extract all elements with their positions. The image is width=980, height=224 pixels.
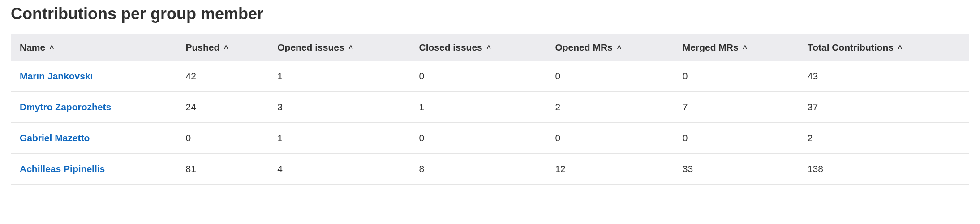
cell-merged-mrs: 0 — [674, 123, 799, 154]
cell-merged-mrs: 33 — [674, 154, 799, 185]
member-link[interactable]: Achilleas Pipinellis — [20, 164, 105, 174]
sort-ascending-icon: ^ — [617, 44, 621, 52]
member-link[interactable]: Gabriel Mazetto — [20, 133, 90, 143]
cell-name: Achilleas Pipinellis — [11, 154, 177, 185]
cell-pushed: 81 — [177, 154, 269, 185]
column-label: Opened MRs — [555, 42, 612, 52]
column-label: Total Contributions — [808, 42, 894, 52]
cell-opened-issues: 3 — [268, 92, 410, 123]
cell-opened-issues: 4 — [268, 154, 410, 185]
cell-total: 2 — [799, 123, 969, 154]
cell-name: Marin Jankovski — [11, 61, 177, 92]
column-header-opened-mrs[interactable]: Opened MRs ^ — [546, 34, 673, 61]
table-row: Achilleas Pipinellis 81 4 8 12 33 138 — [11, 154, 969, 185]
cell-name: Dmytro Zaporozhets — [11, 92, 177, 123]
table-row: Gabriel Mazetto 0 1 0 0 0 2 — [11, 123, 969, 154]
table-header-row: Name ^ Pushed ^ Opened issues ^ Closed i… — [11, 34, 969, 61]
cell-closed-issues: 1 — [410, 92, 546, 123]
cell-merged-mrs: 7 — [674, 92, 799, 123]
table-row: Dmytro Zaporozhets 24 3 1 2 7 37 — [11, 92, 969, 123]
column-label: Opened issues — [277, 42, 344, 52]
sort-ascending-icon: ^ — [224, 44, 228, 52]
cell-pushed: 24 — [177, 92, 269, 123]
page-title: Contributions per group member — [11, 4, 969, 23]
column-header-total-contributions[interactable]: Total Contributions ^ — [799, 34, 969, 61]
cell-opened-issues: 1 — [268, 61, 410, 92]
column-label: Closed issues — [419, 42, 482, 52]
cell-total: 37 — [799, 92, 969, 123]
cell-closed-issues: 0 — [410, 123, 546, 154]
member-link[interactable]: Marin Jankovski — [20, 71, 93, 81]
cell-name: Gabriel Mazetto — [11, 123, 177, 154]
cell-closed-issues: 8 — [410, 154, 546, 185]
contributions-table: Name ^ Pushed ^ Opened issues ^ Closed i… — [11, 34, 969, 185]
sort-ascending-icon: ^ — [50, 44, 54, 52]
column-label: Name — [20, 42, 45, 52]
column-header-opened-issues[interactable]: Opened issues ^ — [268, 34, 410, 61]
cell-closed-issues: 0 — [410, 61, 546, 92]
sort-ascending-icon: ^ — [743, 44, 747, 52]
column-label: Pushed — [186, 42, 220, 52]
column-header-name[interactable]: Name ^ — [11, 34, 177, 61]
cell-pushed: 42 — [177, 61, 269, 92]
sort-ascending-icon: ^ — [487, 44, 491, 52]
column-header-merged-mrs[interactable]: Merged MRs ^ — [674, 34, 799, 61]
cell-merged-mrs: 0 — [674, 61, 799, 92]
member-link[interactable]: Dmytro Zaporozhets — [20, 102, 111, 112]
column-label: Merged MRs — [683, 42, 739, 52]
column-header-closed-issues[interactable]: Closed issues ^ — [410, 34, 546, 61]
cell-total: 138 — [799, 154, 969, 185]
sort-ascending-icon: ^ — [898, 44, 902, 52]
cell-opened-mrs: 12 — [546, 154, 673, 185]
cell-opened-mrs: 0 — [546, 123, 673, 154]
column-header-pushed[interactable]: Pushed ^ — [177, 34, 269, 61]
cell-opened-mrs: 2 — [546, 92, 673, 123]
table-row: Marin Jankovski 42 1 0 0 0 43 — [11, 61, 969, 92]
sort-ascending-icon: ^ — [348, 44, 352, 52]
cell-opened-issues: 1 — [268, 123, 410, 154]
cell-total: 43 — [799, 61, 969, 92]
cell-opened-mrs: 0 — [546, 61, 673, 92]
cell-pushed: 0 — [177, 123, 269, 154]
